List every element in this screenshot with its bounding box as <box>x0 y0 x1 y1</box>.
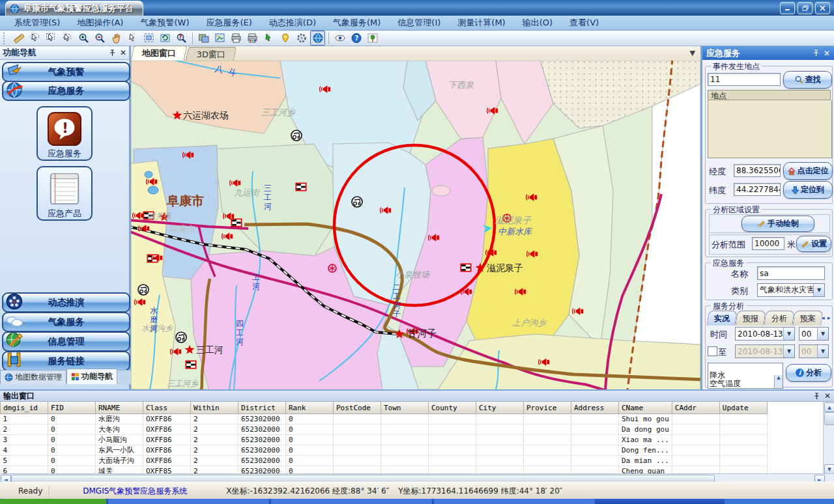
listbox-scrollbar[interactable]: ▲ <box>774 375 783 388</box>
toolbar-tree-icon[interactable] <box>365 31 380 46</box>
find-button[interactable]: 查找 <box>783 71 832 89</box>
chevron-down-icon[interactable]: ▼ <box>817 328 828 340</box>
toolbar-print-icon[interactable] <box>229 31 244 46</box>
table-row[interactable]: 10水磨沟OXFF8626523020000Shui mo gou <box>1 414 768 425</box>
tab-scroll-left-icon[interactable]: ◂ <box>822 315 825 321</box>
nav-group-globe-red[interactable]: 应急服务 <box>2 81 130 101</box>
menu-item-1[interactable]: 地图操作(A) <box>69 16 131 30</box>
toolbar-print-color-icon[interactable] <box>245 31 260 46</box>
date2-select[interactable]: 2010-08-13▼ <box>735 344 795 358</box>
locate-to-button[interactable]: 定位到 <box>783 181 833 199</box>
nav-group-film[interactable]: 动态推演 <box>2 292 130 313</box>
toolbar-eye-icon[interactable] <box>332 31 347 46</box>
nav-group-clouds[interactable]: 气象服务 <box>2 312 130 332</box>
menu-item-8[interactable]: 输出(O) <box>515 16 560 30</box>
toolbar-refresh-icon[interactable] <box>158 31 173 46</box>
big-button-emergency-service[interactable]: !应急服务 <box>36 106 93 161</box>
taskbar-segment[interactable] <box>0 499 106 504</box>
pin-icon[interactable] <box>109 49 116 57</box>
location-search-input[interactable]: 11 <box>708 73 781 86</box>
toolbar-settings-icon[interactable] <box>294 31 309 46</box>
vertical-scrollbar[interactable]: ▲ ▼ <box>823 402 834 473</box>
table-row[interactable]: 20大冬沟OXFF8626523020000Da dong gou <box>1 425 768 435</box>
taskbar-segment[interactable] <box>725 499 834 504</box>
close-button[interactable] <box>815 2 830 14</box>
element-list-item[interactable]: 空气温度 <box>710 380 741 388</box>
toolbar-pin-marker-icon[interactable] <box>278 31 293 46</box>
toolbar-export-image-icon[interactable] <box>212 31 227 46</box>
manual-draw-button[interactable]: 手动绘制 <box>741 216 814 232</box>
chevron-down-icon[interactable]: ▼ <box>783 328 794 340</box>
nav-group-info-globe[interactable]: 信息管理 <box>2 331 130 352</box>
hour2-select[interactable]: 00▼ <box>799 344 829 358</box>
taskbar-segment[interactable] <box>271 499 432 504</box>
taskbar-segment[interactable] <box>108 499 269 504</box>
toolbar-zoom-in-icon[interactable] <box>76 31 91 46</box>
map-canvas[interactable]: 八斗六运湖农场三工河乡下西泉九运街阜康市城关镇阜康市滋泥泉子中新水库滋泥泉子小泉… <box>131 61 700 389</box>
element-listbox[interactable]: 降水空气温度 ▲ <box>708 363 783 389</box>
column-header-FID[interactable]: FID <box>48 402 96 414</box>
to-checkbox[interactable] <box>708 346 717 356</box>
column-header-Within[interactable]: Within <box>191 402 238 414</box>
toolbar-full-extent-icon[interactable] <box>141 31 156 46</box>
analysis-tab-3[interactable]: 预案 <box>792 311 823 326</box>
toolbar-grip[interactable] <box>3 33 8 44</box>
column-header-Update[interactable]: Update <box>719 402 767 414</box>
column-header-Class[interactable]: Class <box>143 402 191 414</box>
column-header-Address[interactable]: Address <box>571 402 619 414</box>
column-header-RNAME[interactable]: RNAME <box>96 402 143 414</box>
toolbar-map-layers-icon[interactable] <box>196 31 211 46</box>
menu-item-5[interactable]: 气象服务(M) <box>325 16 388 30</box>
close-panel-icon[interactable]: ✕ <box>824 392 831 400</box>
menu-item-9[interactable]: 查看(V) <box>562 16 607 30</box>
column-header-Rank[interactable]: Rank <box>286 402 334 414</box>
table-row[interactable]: 30小马厩沟OXFF8626523020000Xiao ma ... <box>1 435 768 445</box>
pin-icon[interactable] <box>813 393 820 400</box>
column-header-dmgis_id[interactable]: dmgis_id <box>1 402 48 414</box>
analysis-tab-2[interactable]: 分析 <box>764 311 794 326</box>
table-row[interactable]: 50大面场子沟OXFF8626523020000Da mian ... <box>1 456 768 466</box>
table-row[interactable]: 60城关OXFF8526523020000Cheng guan <box>1 466 768 474</box>
hour-select[interactable]: 00▼ <box>799 327 829 341</box>
menu-item-2[interactable]: 气象预警(W) <box>132 16 197 30</box>
menu-item-7[interactable]: 测量计算(M) <box>450 16 513 30</box>
left-bottom-tab-0[interactable]: 地图数据管理 <box>0 370 66 384</box>
service-name-input[interactable]: sa <box>757 266 825 280</box>
toolbar-pointer-icon[interactable] <box>125 31 140 46</box>
table-row[interactable]: 40东风一小队OXFF8626523020000Dong fen... <box>1 445 768 456</box>
scroll-down-icon[interactable]: ▼ <box>824 464 834 474</box>
chevron-down-icon[interactable]: ▼ <box>813 284 824 296</box>
column-header-PostCode[interactable]: PostCode <box>334 402 381 414</box>
longitude-input[interactable]: 88.36255063 <box>734 164 781 177</box>
map-tab-1[interactable]: 3D窗口 <box>186 47 237 61</box>
latitude-input[interactable]: 44.22778446 <box>734 183 781 196</box>
menu-item-6[interactable]: 信息管理(I) <box>390 16 448 30</box>
service-type-select[interactable]: 气象和洪水灾害▼ <box>757 283 825 297</box>
click-locate-button[interactable]: 点击定位 <box>783 162 833 180</box>
column-header-City[interactable]: City <box>476 402 524 414</box>
analyze-button[interactable]: i 分析 <box>786 364 831 382</box>
scroll-up-icon[interactable]: ▲ <box>775 375 783 380</box>
pin-icon[interactable] <box>812 49 820 57</box>
toolbar-zoom-out-icon[interactable] <box>93 31 108 46</box>
scrollbar-thumb[interactable] <box>824 412 834 425</box>
range-input[interactable]: 10000 <box>752 237 784 250</box>
map-tab-0[interactable]: 地图窗口 <box>131 46 188 61</box>
minimize-button[interactable] <box>780 2 795 14</box>
restore-button[interactable] <box>798 2 812 14</box>
big-button-emergency-product[interactable]: 应急产品 <box>36 166 93 221</box>
toolbar-select-poly-icon[interactable] <box>60 31 75 46</box>
taskbar-segment[interactable] <box>434 499 595 504</box>
analysis-tab-1[interactable]: 预报 <box>735 311 766 326</box>
place-list-header[interactable]: 地点 <box>708 90 831 100</box>
toolbar-ruler-icon[interactable] <box>11 31 26 46</box>
column-header-CAddr[interactable]: CAddr <box>672 402 719 414</box>
menu-item-0[interactable]: 系统管理(S) <box>7 16 68 30</box>
toolbar-globe-active-icon[interactable] <box>310 31 325 46</box>
column-header-County[interactable]: County <box>429 402 476 414</box>
toolbar-select-green-icon[interactable] <box>261 31 276 46</box>
toolbar-pan-icon[interactable] <box>109 31 124 46</box>
close-panel-icon[interactable]: ✕ <box>824 49 830 57</box>
close-panel-icon[interactable]: ✕ <box>120 49 126 57</box>
scroll-up-icon[interactable]: ▲ <box>824 402 834 412</box>
